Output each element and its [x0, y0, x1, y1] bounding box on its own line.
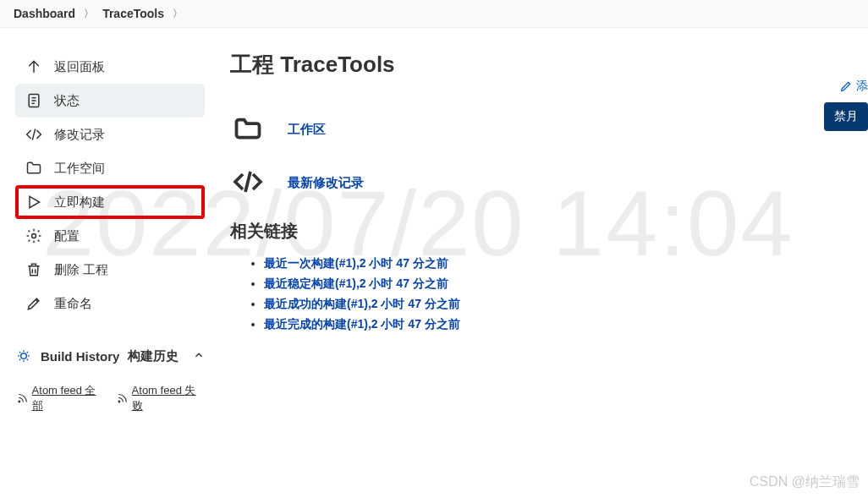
code-icon: [230, 167, 266, 200]
workspace-row: 工作区: [230, 113, 860, 146]
sidebar-item-configure[interactable]: 配置: [15, 219, 205, 253]
sidebar: 返回面板 状态 修改记录 工作空间 立即构建 配置 删除 工程 重命名: [0, 28, 213, 422]
atom-feeds: Atom feed 全部 Atom feed 失败: [15, 383, 205, 413]
list-item: 最近完成的构建(#1),2 小时 47 分之前: [264, 317, 860, 332]
breadcrumb: Dashboard 〉 TraceTools 〉: [0, 0, 868, 28]
workspace-link[interactable]: 工作区: [288, 122, 326, 138]
arrow-up-icon: [25, 58, 42, 75]
chevron-right-icon: 〉: [84, 7, 94, 21]
rss-icon: [117, 392, 129, 404]
sidebar-item-label: 返回面板: [54, 59, 105, 75]
build-history-title: Build History: [41, 349, 119, 364]
related-link[interactable]: 最近成功的构建(#1),2 小时 47 分之前: [264, 297, 460, 310]
sidebar-item-back[interactable]: 返回面板: [15, 50, 205, 84]
pencil-icon: [839, 79, 853, 93]
code-icon: [25, 126, 42, 143]
sidebar-item-label: 修改记录: [54, 127, 105, 143]
trash-icon: [25, 261, 42, 278]
svg-point-4: [32, 234, 36, 238]
svg-point-7: [118, 401, 120, 402]
folder-icon: [230, 113, 266, 146]
changes-row: 最新修改记录: [230, 167, 860, 200]
breadcrumb-item[interactable]: TraceTools: [97, 5, 169, 22]
atom-feed-failed[interactable]: Atom feed 失败: [117, 383, 205, 413]
build-history-subtitle: 构建历史: [128, 348, 179, 364]
list-item: 最近一次构建(#1),2 小时 47 分之前: [264, 256, 860, 271]
changes-link[interactable]: 最新修改记录: [288, 175, 364, 191]
build-history-icon: [15, 348, 32, 364]
page-title: 工程 TraceTools: [230, 50, 860, 79]
atom-feed-label: Atom feed 全部: [32, 383, 105, 413]
rss-icon: [17, 392, 29, 404]
sidebar-item-rename[interactable]: 重命名: [15, 287, 205, 320]
related-link[interactable]: 最近一次构建(#1),2 小时 47 分之前: [264, 256, 448, 270]
build-history-header[interactable]: Build History 构建历史: [15, 344, 205, 368]
related-link[interactable]: 最近稳定构建(#1),2 小时 47 分之前: [264, 276, 448, 290]
edit-description-link[interactable]: 添: [839, 79, 868, 94]
related-links-title: 相关链接: [230, 220, 860, 243]
sidebar-item-status[interactable]: 状态: [15, 84, 205, 118]
chevron-up-icon: [193, 349, 205, 364]
play-icon: [25, 194, 42, 211]
main-content: 工程 TraceTools 添 禁月 工作区 最新修改记录 相关链接 最近一次构…: [213, 28, 868, 422]
sidebar-item-label: 立即构建: [54, 194, 105, 211]
sidebar-item-label: 重命名: [54, 296, 92, 312]
sidebar-item-label: 删除 工程: [54, 262, 108, 278]
breadcrumb-item[interactable]: Dashboard: [8, 5, 80, 22]
gear-icon: [25, 227, 42, 244]
related-links-list: 最近一次构建(#1),2 小时 47 分之前 最近稳定构建(#1),2 小时 4…: [230, 256, 860, 332]
sidebar-item-label: 配置: [54, 228, 80, 244]
csdn-watermark: CSDN @纳兰瑞雪: [750, 473, 860, 491]
disable-button[interactable]: 禁月: [824, 102, 868, 131]
sidebar-item-delete[interactable]: 删除 工程: [15, 253, 205, 287]
document-icon: [25, 92, 42, 109]
sidebar-item-build-now[interactable]: 立即构建: [15, 185, 205, 219]
list-item: 最近稳定构建(#1),2 小时 47 分之前: [264, 276, 860, 292]
sidebar-item-label: 工作空间: [54, 161, 105, 177]
atom-feed-all[interactable]: Atom feed 全部: [17, 383, 105, 413]
sidebar-item-workspace[interactable]: 工作空间: [15, 151, 205, 185]
folder-icon: [25, 160, 42, 177]
pencil-icon: [25, 295, 42, 312]
sidebar-item-changes[interactable]: 修改记录: [15, 118, 205, 151]
edit-action-label: 添: [856, 79, 868, 94]
sidebar-item-label: 状态: [54, 93, 80, 109]
chevron-right-icon: 〉: [173, 7, 183, 21]
related-link[interactable]: 最近完成的构建(#1),2 小时 47 分之前: [264, 317, 460, 331]
svg-point-5: [21, 353, 27, 359]
atom-feed-label: Atom feed 失败: [132, 383, 205, 413]
svg-point-6: [19, 401, 20, 402]
list-item: 最近成功的构建(#1),2 小时 47 分之前: [264, 297, 860, 312]
